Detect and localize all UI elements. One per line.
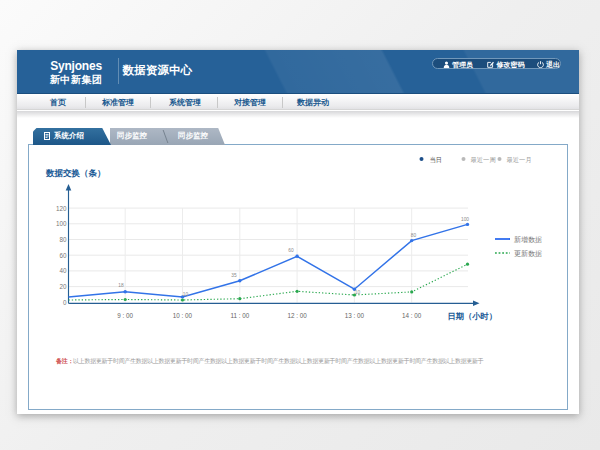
svg-text:14 : 00: 14 : 00 bbox=[402, 312, 422, 319]
svg-text:80: 80 bbox=[411, 233, 417, 238]
svg-text:最近一周: 最近一周 bbox=[471, 156, 496, 163]
svg-text:日期（小时）: 日期（小时） bbox=[448, 312, 498, 321]
svg-text:当日: 当日 bbox=[430, 156, 443, 164]
svg-text:80: 80 bbox=[59, 236, 67, 243]
svg-text:100: 100 bbox=[461, 217, 469, 222]
svg-text:最近一月: 最近一月 bbox=[507, 156, 532, 164]
svg-text:新增数据: 新增数据 bbox=[514, 235, 542, 244]
svg-text:40: 40 bbox=[59, 267, 67, 274]
svg-text:120: 120 bbox=[56, 205, 67, 212]
svg-text:10: 10 bbox=[355, 290, 361, 295]
svg-text:35: 35 bbox=[231, 273, 237, 278]
svg-text:10 : 00: 10 : 00 bbox=[173, 312, 193, 319]
svg-text:11 : 00: 11 : 00 bbox=[230, 312, 249, 319]
svg-text:13 : 00: 13 : 00 bbox=[345, 312, 365, 319]
svg-text:100: 100 bbox=[56, 220, 67, 227]
svg-text:0: 0 bbox=[63, 299, 67, 306]
svg-text:60: 60 bbox=[59, 252, 67, 259]
svg-text:更新数据: 更新数据 bbox=[514, 249, 542, 258]
svg-text:12 : 00: 12 : 00 bbox=[287, 312, 307, 319]
svg-text:10: 10 bbox=[183, 292, 189, 297]
svg-text:60: 60 bbox=[288, 248, 294, 253]
svg-text:18: 18 bbox=[118, 283, 124, 288]
svg-text:9 : 00: 9 : 00 bbox=[117, 312, 133, 319]
svg-text:20: 20 bbox=[59, 283, 67, 290]
svg-text:数据交换（条）: 数据交换（条） bbox=[45, 168, 106, 178]
